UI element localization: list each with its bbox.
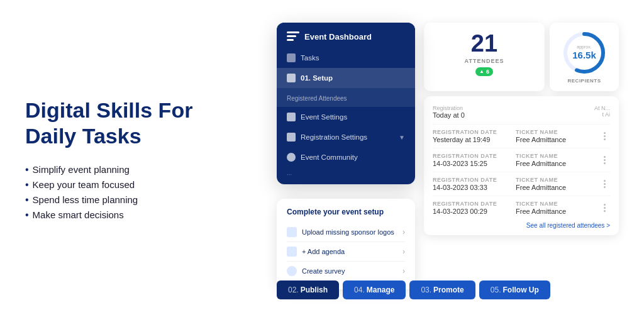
bullet-item-2: Keep your team focused (25, 179, 252, 191)
nav-event-settings[interactable]: Event Settings (277, 107, 415, 127)
nav-event-community-label: Event Community (301, 153, 358, 161)
event-community-icon (287, 153, 296, 162)
setup-sponsor-label: Upload missing sponsor logos (302, 228, 394, 236)
circle-chart: approx. 16.5k (562, 30, 607, 75)
recipients-card: approx. 16.5k RECIPIENTS (550, 23, 619, 91)
survey-icon (287, 266, 297, 276)
bullet-item-3: Spend less time planning (25, 194, 252, 206)
tab-followup[interactable]: 05.Follow Up (479, 280, 550, 299)
registered-attendees-label: Registered Attendees (287, 95, 347, 102)
nav-registration-settings[interactable]: Registration Settings ▼ (277, 127, 415, 147)
nav-tasks[interactable]: Tasks (277, 48, 415, 68)
setup-survey-label: Create survey (302, 267, 345, 275)
title-line2: Daily Tasks (25, 124, 142, 148)
menu-icon (287, 31, 299, 42)
main-container: Digital Skills For Daily Tasks Simplify … (0, 0, 644, 322)
attendees-number: 21 (434, 31, 535, 55)
stats-area: 21 ATTENDEES ▲ 6 appro (424, 23, 619, 235)
bullet-item-4: Make smart decisions (25, 209, 252, 221)
setup-icon (287, 74, 296, 82)
tasks-icon (287, 53, 296, 62)
reg-row-2: Registration Date 14-03-2023 15:25 Ticke… (433, 148, 610, 172)
bullet-list: Simplify event planning Keep your team f… (25, 164, 252, 221)
setup-item-agenda[interactable]: + Add agenda › (287, 242, 405, 262)
reg-row-1: Registration Date Yesterday at 19:49 Tic… (433, 125, 610, 148)
circle-center: approx. 16.5k (572, 45, 596, 61)
setup-panel: Complete your event setup Upload missing… (277, 199, 415, 289)
nav-event-community[interactable]: Event Community (277, 147, 415, 167)
reg-row-more-2[interactable] (599, 156, 610, 164)
dashboard-card: Event Dashboard Tasks 01. Setup Register… (277, 23, 415, 184)
reg-rows-container: Registration Date Yesterday at 19:49 Tic… (433, 125, 610, 219)
attendees-badge: ▲ 6 (475, 67, 493, 76)
tab-manage[interactable]: 04.Manage (343, 280, 406, 299)
reg-row-more-1[interactable] (599, 132, 610, 140)
agenda-arrow: › (402, 247, 405, 256)
tab-promote[interactable]: 03.Promote (409, 280, 475, 299)
setup-item-sponsor[interactable]: Upload missing sponsor logos › (287, 223, 405, 242)
setup-item-survey[interactable]: Create survey › (287, 262, 405, 280)
event-settings-icon (287, 113, 296, 121)
attendees-card: 21 ATTENDEES ▲ 6 (424, 23, 545, 91)
registration-settings-icon (287, 133, 296, 142)
attendees-label: ATTENDEES (434, 58, 535, 64)
main-title: Digital Skills For Daily Tasks (25, 97, 252, 149)
reg-row-3: Registration Date 14-03-2023 03:33 Ticke… (433, 172, 610, 196)
right-section: Event Dashboard Tasks 01. Setup Register… (277, 23, 619, 299)
setup-agenda-label: + Add agenda (302, 248, 345, 255)
agenda-icon (287, 247, 297, 257)
see-all-link[interactable]: See all registered attendees > (433, 219, 610, 229)
title-line1: Digital Skills For (25, 98, 192, 122)
tab-publish[interactable]: 02.Publish (277, 280, 339, 299)
left-section: Digital Skills For Daily Tasks Simplify … (25, 97, 264, 225)
reg-row-0: Registration Today at 0 At N... t Ai (433, 103, 610, 125)
bullet-item-1: Simplify event planning (25, 164, 252, 175)
reg-row-more-4[interactable] (599, 204, 610, 212)
reg-row-more-3[interactable] (599, 180, 610, 188)
stats-row-top: 21 ATTENDEES ▲ 6 appro (424, 23, 619, 91)
dashboard-header: Event Dashboard (277, 23, 415, 48)
nav-tasks-label: Tasks (301, 54, 319, 62)
approx-label: approx. (572, 45, 596, 49)
nav-setup-label: 01. Setup (301, 74, 333, 82)
setup-panel-title: Complete your event setup (287, 208, 405, 216)
nav-event-settings-label: Event Settings (301, 113, 347, 121)
survey-arrow: › (402, 267, 405, 275)
recipients-number: 16.5k (572, 50, 596, 60)
nav-registration-settings-label: Registration Settings (301, 133, 367, 141)
badge-count: 6 (486, 69, 489, 75)
nav-setup[interactable]: 01. Setup (277, 68, 415, 88)
sponsor-arrow: › (402, 228, 405, 236)
recipients-label: RECIPIENTS (567, 78, 601, 84)
sponsor-icon (287, 227, 297, 237)
bottom-tabs: 02.Publish 04.Manage 03.Promote 05.Follo… (277, 280, 550, 299)
registration-table: Registration Today at 0 At N... t Ai Reg… (424, 96, 619, 235)
reg-row-4: Registration Date 14-03-2023 00:29 Ticke… (433, 196, 610, 219)
dashboard-title: Event Dashboard (304, 32, 372, 42)
